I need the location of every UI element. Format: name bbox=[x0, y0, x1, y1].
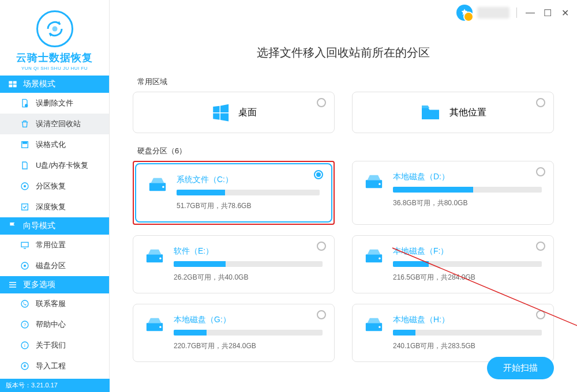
flag-icon bbox=[8, 221, 18, 231]
svg-point-0 bbox=[52, 27, 57, 32]
svg-text:i: i bbox=[24, 343, 25, 348]
disk-info: 220.7GB可用，共284.0GB bbox=[174, 341, 323, 351]
info-icon: i bbox=[20, 340, 30, 350]
deep-icon bbox=[20, 202, 30, 212]
disk-name: 系统文件（C:） bbox=[177, 175, 320, 185]
scene-icon bbox=[8, 80, 18, 89]
disk-card-2[interactable]: 软件（E:）26.2GB可用，共40.0GB bbox=[133, 235, 335, 293]
svg-point-31 bbox=[379, 326, 380, 328]
disk-card-4[interactable]: 本地磁盘（G:）220.7GB可用，共284.0GB bbox=[133, 304, 335, 362]
disk-info: 216.5GB可用，共284.0GB bbox=[393, 273, 542, 282]
card-other-location[interactable]: 其他位置 bbox=[352, 92, 554, 133]
common-area-label: 常用区域 bbox=[137, 77, 554, 87]
usage-bar bbox=[177, 190, 320, 195]
disk-card-5[interactable]: 本地磁盘（H:）240.1GB可用，共283.5GB bbox=[352, 304, 554, 362]
disk-name: 本地磁盘（D:） bbox=[393, 172, 542, 182]
menu-recycle-bin[interactable]: 误清空回收站 bbox=[0, 114, 109, 134]
menu-help[interactable]: ?帮助中心 bbox=[0, 314, 109, 335]
drive-icon bbox=[364, 173, 384, 190]
radio-icon bbox=[536, 167, 545, 176]
section-scene-mode[interactable]: 场景模式 bbox=[0, 76, 109, 93]
desktop-label: 桌面 bbox=[238, 107, 257, 119]
help-icon: ? bbox=[20, 319, 30, 330]
radio-icon bbox=[536, 310, 545, 319]
menu-common-location[interactable]: 常用位置 bbox=[0, 235, 109, 255]
svg-rect-7 bbox=[23, 142, 27, 144]
svg-rect-4 bbox=[13, 85, 17, 88]
disk-info: 240.1GB可用，共283.5GB bbox=[393, 341, 542, 351]
version-label: 版本号：3.21.0.17 bbox=[0, 379, 110, 392]
section-label: 更多选项 bbox=[23, 280, 55, 290]
menu-deep[interactable]: 深度恢复 bbox=[0, 197, 109, 217]
page-title: 选择文件移入回收站前所在的分区 bbox=[133, 45, 554, 61]
drive-icon bbox=[145, 316, 164, 333]
menu-format[interactable]: 误格式化 bbox=[0, 134, 109, 155]
menu-deleted-files[interactable]: 误删除文件 bbox=[0, 93, 109, 114]
svg-point-29 bbox=[159, 326, 161, 328]
section-label: 向导模式 bbox=[23, 221, 55, 231]
radio-icon bbox=[314, 170, 323, 179]
section-wizard-mode[interactable]: 向导模式 bbox=[0, 217, 109, 235]
menu-import[interactable]: 导入工程 bbox=[0, 356, 109, 376]
sd-icon bbox=[20, 160, 30, 171]
menu-usb[interactable]: U盘/内存卡恢复 bbox=[0, 155, 109, 176]
windows-icon bbox=[211, 103, 230, 122]
radio-icon bbox=[317, 310, 326, 319]
hdd-icon bbox=[20, 261, 30, 271]
radio-icon bbox=[536, 98, 545, 107]
section-more[interactable]: 更多选项 bbox=[0, 276, 109, 293]
svg-point-5 bbox=[25, 104, 28, 107]
app-name: 云骑士数据恢复 bbox=[0, 51, 109, 65]
disk-card-0[interactable]: 系统文件（C:）51.7GB可用，共78.6GB bbox=[135, 163, 332, 223]
usage-bar bbox=[174, 261, 323, 267]
import-icon bbox=[20, 361, 30, 371]
menu-disk-partition[interactable]: 磁盘分区 bbox=[0, 255, 109, 276]
drive-icon bbox=[364, 247, 384, 265]
main-panel: 选择文件移入回收站前所在的分区 常用区域 桌面 其他位置 硬盘分区（6） 系统文… bbox=[110, 0, 577, 392]
svg-rect-10 bbox=[22, 204, 28, 210]
save-icon bbox=[20, 140, 30, 150]
disk-name: 软件（E:） bbox=[174, 246, 323, 257]
usage-bar bbox=[393, 330, 542, 336]
disk-card-3[interactable]: 本地磁盘（F:）216.5GB可用，共284.0GB bbox=[352, 235, 554, 293]
disk-card-1[interactable]: 本地磁盘（D:）36.8GB可用，共80.0GB bbox=[352, 161, 554, 225]
disk-partition-label: 硬盘分区（6） bbox=[137, 146, 554, 156]
usage-bar bbox=[174, 330, 323, 336]
svg-point-9 bbox=[24, 186, 26, 187]
disk-grid: 系统文件（C:）51.7GB可用，共78.6GB本地磁盘（D:）36.8GB可用… bbox=[133, 161, 554, 362]
drive-icon bbox=[145, 247, 164, 265]
section-label: 场景模式 bbox=[23, 79, 55, 89]
radio-icon bbox=[317, 242, 326, 251]
drive-icon bbox=[364, 316, 384, 333]
svg-point-21 bbox=[162, 186, 164, 188]
menu-contact[interactable]: 联系客服 bbox=[0, 293, 109, 314]
svg-rect-2 bbox=[13, 81, 17, 84]
disk-info: 26.2GB可用，共40.0GB bbox=[174, 273, 323, 282]
file-icon bbox=[20, 98, 30, 108]
folder-icon bbox=[419, 104, 441, 121]
other-label: 其他位置 bbox=[449, 107, 486, 119]
disk-name: 本地磁盘（H:） bbox=[393, 315, 542, 325]
card-desktop[interactable]: 桌面 bbox=[133, 92, 335, 133]
usage-bar bbox=[393, 187, 542, 193]
menu-about[interactable]: i关于我们 bbox=[0, 335, 109, 356]
svg-point-27 bbox=[379, 258, 380, 259]
start-scan-button[interactable]: 开始扫描 bbox=[487, 357, 554, 379]
phone-icon bbox=[20, 299, 30, 309]
disk-info: 36.8GB可用，共80.0GB bbox=[393, 198, 542, 208]
logo: 云骑士数据恢复 YUN QI SHI SHU JU HUI FU bbox=[0, 0, 109, 76]
app-pinyin: YUN QI SHI SHU JU HUI FU bbox=[0, 66, 109, 71]
disk-info: 51.7GB可用，共78.6GB bbox=[177, 201, 320, 211]
sidebar: 云骑士数据恢复 YUN QI SHI SHU JU HUI FU 场景模式 误删… bbox=[0, 0, 110, 392]
disk-name: 本地磁盘（G:） bbox=[174, 315, 323, 325]
svg-point-25 bbox=[159, 258, 161, 259]
svg-text:?: ? bbox=[24, 322, 27, 327]
radio-icon bbox=[536, 242, 545, 251]
menu-partition[interactable]: 分区恢复 bbox=[0, 176, 109, 197]
menu-icon bbox=[8, 280, 18, 289]
svg-point-14 bbox=[21, 300, 28, 307]
drive-icon bbox=[148, 176, 167, 193]
svg-point-23 bbox=[379, 183, 380, 185]
trash-icon bbox=[20, 119, 30, 129]
svg-rect-3 bbox=[9, 85, 12, 88]
